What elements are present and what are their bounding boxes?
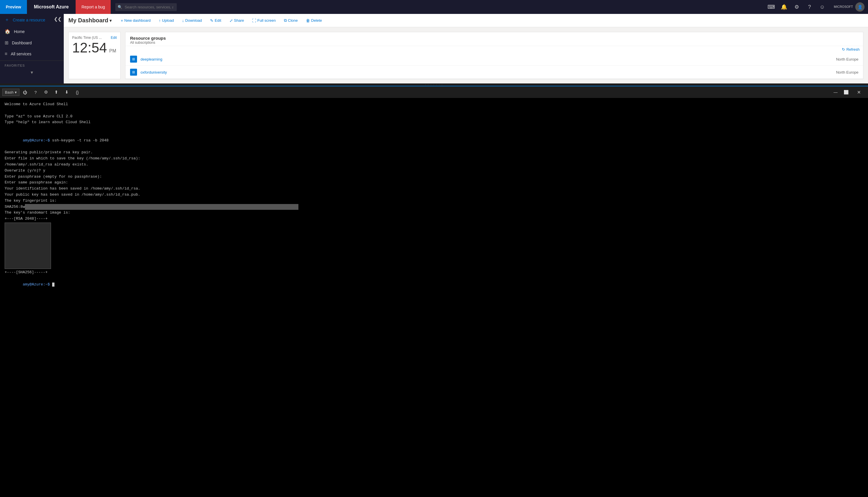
dashboard-title: My Dashboard ▾ xyxy=(68,17,112,24)
user-profile[interactable]: MICROSOFT 👤 xyxy=(830,0,868,14)
resource-group-name: oxforduniversity xyxy=(141,70,833,74)
shell-output6: Enter same passphrase again: xyxy=(5,180,863,186)
table-row[interactable]: ⊞ deeplearning North Europe xyxy=(126,53,863,66)
rg-tile-toolbar: ↻ Refresh xyxy=(126,46,863,53)
clock-edit-button[interactable]: Edit xyxy=(111,36,117,40)
share-button[interactable]: ⤢ Share xyxy=(226,16,248,25)
settings-icon[interactable]: ⚙ xyxy=(791,0,802,14)
shell-output3: /home/amy/.ssh/id_rsa already exists. xyxy=(5,162,863,168)
sidebar-scroll-down[interactable]: ▼ xyxy=(0,69,64,76)
sidebar-item-home[interactable]: 🏠 Home xyxy=(0,26,64,37)
dashboard-icon: ⊞ xyxy=(5,40,9,45)
shell-restore-button[interactable]: ⬜ xyxy=(841,87,851,97)
rg-tile-subtitle: All subscriptions xyxy=(130,41,858,45)
table-row[interactable]: ⊞ oxforduniversity North Europe xyxy=(126,66,863,79)
sidebar-item-all-services[interactable]: ≡ All services xyxy=(0,48,64,59)
search-input[interactable] xyxy=(115,3,177,11)
shell-type-dropdown-icon: ▾ xyxy=(15,90,17,95)
shell-power-button[interactable]: ⏻ xyxy=(20,87,30,97)
shell-info1: Type "az" to use Azure CLI 2.0 xyxy=(5,114,863,120)
shell-output5: Enter passphrase (empty for no passphras… xyxy=(5,174,863,180)
clone-button[interactable]: ⧉ Clone xyxy=(280,16,301,25)
sidebar-collapse-button[interactable]: ❮❮ xyxy=(54,16,61,22)
shell-settings-button[interactable]: ⚙ xyxy=(41,87,51,97)
home-icon: 🏠 xyxy=(5,29,11,34)
cloud-shell: Bash ▾ ⏻ ? ⚙ ⬆ ⬇ {} — ⬜ ✕ Welcome to Azu… xyxy=(0,86,868,497)
dashboard-dropdown-icon[interactable]: ▾ xyxy=(110,18,112,23)
shell-code-button[interactable]: {} xyxy=(73,87,82,97)
shell-download-button[interactable]: ⬇ xyxy=(62,87,72,97)
help-icon[interactable]: ? xyxy=(804,0,815,14)
shell-output2: Enter file in which to save the key (/ho… xyxy=(5,156,863,162)
feedback-icon[interactable]: ☺ xyxy=(816,0,828,14)
download-icon: ↓ xyxy=(182,18,184,23)
resource-group-region: North Europe xyxy=(836,70,858,74)
clock-time-display: 12:54 PM xyxy=(72,41,117,55)
main-layout: ❮❮ ＋ Create a resource 🏠 Home ⊞ Dashboar… xyxy=(0,14,868,497)
shell-close-button[interactable]: ✕ xyxy=(852,87,866,97)
fullscreen-icon: ⛶ xyxy=(252,18,256,23)
clock-time: 12:54 xyxy=(72,40,107,55)
shell-upload-button[interactable]: ⬆ xyxy=(52,87,61,97)
shell-help-button[interactable]: ? xyxy=(31,87,40,97)
clock-timezone: Pacific Time (US ... xyxy=(72,36,102,40)
shell-prompt-2: amy@Azure:~$ xyxy=(23,282,52,287)
shell-resize-handle[interactable]: · · · · · · · xyxy=(0,84,868,86)
sidebar-divider xyxy=(0,60,64,61)
edit-icon: ✎ xyxy=(210,18,214,23)
shell-prompt: amy@Azure:~$ xyxy=(23,138,52,143)
resource-groups-tile: Resource groups All subscriptions ↻ Refr… xyxy=(125,32,863,79)
shell-type-selector[interactable]: Bash ▾ xyxy=(2,89,19,96)
shell-cursor xyxy=(52,283,55,287)
clone-label: Clone xyxy=(288,18,298,23)
shell-fingerprint: SHA256:8w xyxy=(5,204,863,210)
nav-icon-group: ⌨ 🔔 ⚙ ? ☺ xyxy=(765,0,830,14)
notifications-icon[interactable]: 🔔 xyxy=(778,0,790,14)
sidebar: ❮❮ ＋ Create a resource 🏠 Home ⊞ Dashboar… xyxy=(0,14,64,84)
terminal-icon[interactable]: ⌨ xyxy=(765,0,777,14)
shell-randomart-bottom: +----[SHA256]-----+ xyxy=(5,270,863,275)
search-bar: 🔍 xyxy=(115,3,761,11)
content-area: My Dashboard ▾ + New dashboard ↑ Upload … xyxy=(64,14,868,84)
home-label: Home xyxy=(14,29,25,34)
download-button[interactable]: ↓ Download xyxy=(178,16,205,25)
favorites-label: FAVORITES xyxy=(0,62,64,69)
sidebar-item-dashboard[interactable]: ⊞ Dashboard xyxy=(0,37,64,48)
all-services-icon: ≡ xyxy=(5,51,7,57)
create-resource-label: Create a resource xyxy=(13,18,45,22)
refresh-button[interactable]: ↻ Refresh xyxy=(842,47,859,52)
dashboard-body: Pacific Time (US ... Edit 12:54 PM Resou… xyxy=(64,27,868,84)
rg-tile-header: Resource groups All subscriptions xyxy=(126,32,863,46)
refresh-label: Refresh xyxy=(846,47,859,52)
shell-output9: The key fingerprint is: xyxy=(5,198,863,204)
dashboard-label: Dashboard xyxy=(12,41,32,45)
shell-minimize-button[interactable]: — xyxy=(831,87,840,97)
upload-button[interactable]: ↑ Upload xyxy=(155,16,177,25)
shell-content[interactable]: Welcome to Azure Cloud Shell Type "az" t… xyxy=(0,98,868,497)
report-bug-button[interactable]: Report a bug xyxy=(76,0,111,14)
shell-output7: Your identification has been saved in /h… xyxy=(5,186,863,192)
shell-type-label: Bash xyxy=(5,90,14,95)
shell-output4: Overwrite (y/n)? y xyxy=(5,168,863,174)
delete-button[interactable]: 🗑 Delete xyxy=(302,16,326,25)
clock-tile-header: Pacific Time (US ... Edit xyxy=(72,36,117,40)
shell-command: ssh-keygen -t rsa -b 2048 xyxy=(52,138,108,143)
all-services-label: All services xyxy=(11,52,31,56)
shell-randomart-label: The key's randomart image is: xyxy=(5,210,863,216)
search-icon: 🔍 xyxy=(118,5,122,9)
clock-tile: Pacific Time (US ... Edit 12:54 PM xyxy=(68,32,120,79)
refresh-icon: ↻ xyxy=(842,47,845,52)
dashboard-title-text: My Dashboard xyxy=(68,17,108,24)
resource-group-name: deeplearning xyxy=(141,57,833,61)
shell-cmd-line: amy@Azure:~$ ssh-keygen -t rsa -b 2048 xyxy=(5,131,863,150)
fullscreen-button[interactable]: ⛶ Full screen xyxy=(249,16,279,25)
fullscreen-label: Full screen xyxy=(257,18,276,23)
clock-ampm: PM xyxy=(109,48,116,53)
share-icon: ⤢ xyxy=(230,18,233,23)
share-label: Share xyxy=(234,18,244,23)
edit-button[interactable]: ✎ Edit xyxy=(206,16,225,25)
brand-label: Microsoft Azure xyxy=(27,0,76,14)
delete-icon: 🗑 xyxy=(306,18,310,23)
new-dashboard-button[interactable]: + New dashboard xyxy=(117,16,154,25)
preview-tab[interactable]: Preview xyxy=(0,0,27,14)
